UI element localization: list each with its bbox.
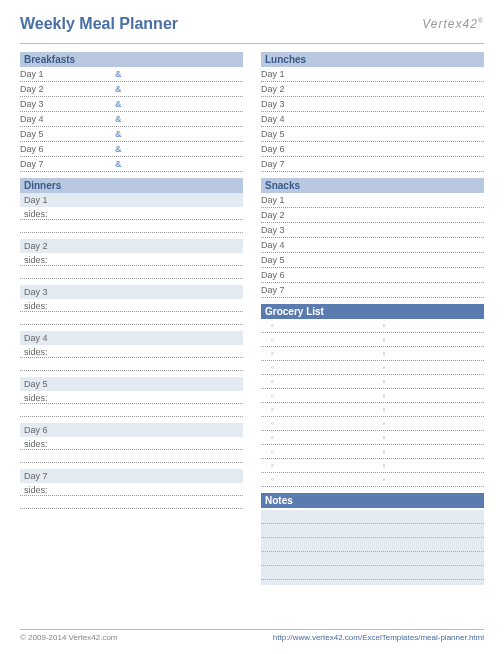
grocery-cell: ◦ xyxy=(261,335,373,344)
dinner-day: Day 3 xyxy=(20,285,243,299)
grocery-cell: ◦ xyxy=(373,475,485,484)
day-label: Day 6 xyxy=(20,144,55,154)
grocery-cell: ◦ xyxy=(261,405,373,414)
day-label: Day 5 xyxy=(261,129,296,139)
dinners-header: Dinners xyxy=(20,178,243,193)
source-link[interactable]: http://www.vertex42.com/ExcelTemplates/m… xyxy=(273,633,484,642)
dinner-sides: sides: xyxy=(20,345,243,358)
snack-row: Day 4 xyxy=(261,238,484,253)
grocery-row: ◦◦ xyxy=(261,375,484,389)
grocery-cell: ◦ xyxy=(261,363,373,372)
separator: & xyxy=(115,129,122,139)
day-label: Day 1 xyxy=(261,69,296,79)
lunch-row: Day 4 xyxy=(261,112,484,127)
dinner-day: Day 2 xyxy=(20,239,243,253)
grocery-cell: ◦ xyxy=(261,461,373,470)
notes-line xyxy=(261,538,484,552)
grocery-cell: ◦ xyxy=(373,349,485,358)
vertex42-logo: Vertex42® xyxy=(422,17,484,31)
lunch-row: Day 7 xyxy=(261,157,484,172)
snack-row: Day 1 xyxy=(261,193,484,208)
day-label: Day 2 xyxy=(20,84,55,94)
lunch-row: Day 1 xyxy=(261,67,484,82)
grocery-row: ◦◦ xyxy=(261,417,484,431)
separator: & xyxy=(115,114,122,124)
day-label: Day 5 xyxy=(20,129,55,139)
snack-row: Day 7 xyxy=(261,283,484,298)
notes-area xyxy=(261,510,484,585)
lunch-row: Day 3 xyxy=(261,97,484,112)
day-label: Day 6 xyxy=(261,144,296,154)
lunch-row: Day 2 xyxy=(261,82,484,97)
grocery-cell: ◦ xyxy=(373,335,485,344)
grocery-cell: ◦ xyxy=(373,447,485,456)
breakfast-row: Day 2& xyxy=(20,82,243,97)
dinner-block: Day 5sides: xyxy=(20,377,243,417)
grocery-row: ◦◦ xyxy=(261,361,484,375)
breakfast-row: Day 5& xyxy=(20,127,243,142)
notes-line xyxy=(261,524,484,538)
dinner-sides: sides: xyxy=(20,253,243,266)
snack-row: Day 2 xyxy=(261,208,484,223)
day-label: Day 7 xyxy=(20,159,55,169)
grocery-row: ◦◦ xyxy=(261,389,484,403)
lunches-list: Day 1Day 2Day 3Day 4Day 5Day 6Day 7 xyxy=(261,67,484,172)
day-label: Day 7 xyxy=(261,285,296,295)
grocery-cell: ◦ xyxy=(373,461,485,470)
day-label: Day 4 xyxy=(20,114,55,124)
dinner-sides: sides: xyxy=(20,207,243,220)
snack-row: Day 6 xyxy=(261,268,484,283)
notes-header: Notes xyxy=(261,493,484,508)
grocery-cell: ◦ xyxy=(261,419,373,428)
grocery-cell: ◦ xyxy=(373,433,485,442)
left-column: Breakfasts Day 1&Day 2&Day 3&Day 4&Day 5… xyxy=(20,52,243,585)
grocery-cell: ◦ xyxy=(261,447,373,456)
grocery-list: ◦◦◦◦◦◦◦◦◦◦◦◦◦◦◦◦◦◦◦◦◦◦◦◦ xyxy=(261,319,484,487)
separator: & xyxy=(115,84,122,94)
dinner-sides: sides: xyxy=(20,437,243,450)
dinner-block: Day 1sides: xyxy=(20,193,243,233)
grocery-row: ◦◦ xyxy=(261,319,484,333)
dinner-block: Day 4sides: xyxy=(20,331,243,371)
grocery-cell: ◦ xyxy=(261,321,373,330)
grocery-row: ◦◦ xyxy=(261,347,484,361)
grocery-cell: ◦ xyxy=(261,349,373,358)
dinner-block: Day 7sides: xyxy=(20,469,243,509)
grocery-row: ◦◦ xyxy=(261,459,484,473)
separator: & xyxy=(115,144,122,154)
breakfast-row: Day 1& xyxy=(20,67,243,82)
grocery-row: ◦◦ xyxy=(261,333,484,347)
grocery-row: ◦◦ xyxy=(261,431,484,445)
dinner-sides: sides: xyxy=(20,391,243,404)
grocery-row: ◦◦ xyxy=(261,445,484,459)
header-divider xyxy=(20,43,484,44)
day-label: Day 6 xyxy=(261,270,296,280)
dinners-list: Day 1sides:Day 2sides:Day 3sides:Day 4si… xyxy=(20,193,243,509)
dinner-sides: sides: xyxy=(20,483,243,496)
grocery-cell: ◦ xyxy=(373,363,485,372)
grocery-row: ◦◦ xyxy=(261,403,484,417)
lunch-row: Day 6 xyxy=(261,142,484,157)
grocery-cell: ◦ xyxy=(261,377,373,386)
snacks-list: Day 1Day 2Day 3Day 4Day 5Day 6Day 7 xyxy=(261,193,484,298)
breakfast-row: Day 4& xyxy=(20,112,243,127)
day-label: Day 1 xyxy=(20,69,55,79)
dinner-day: Day 7 xyxy=(20,469,243,483)
lunch-row: Day 5 xyxy=(261,127,484,142)
breakfast-row: Day 7& xyxy=(20,157,243,172)
grocery-cell: ◦ xyxy=(373,391,485,400)
day-label: Day 7 xyxy=(261,159,296,169)
dinner-line xyxy=(20,404,243,417)
breakfast-row: Day 6& xyxy=(20,142,243,157)
day-label: Day 5 xyxy=(261,255,296,265)
dinner-block: Day 6sides: xyxy=(20,423,243,463)
dinner-block: Day 3sides: xyxy=(20,285,243,325)
snack-row: Day 5 xyxy=(261,253,484,268)
grocery-cell: ◦ xyxy=(373,419,485,428)
dinner-line xyxy=(20,358,243,371)
grocery-header: Grocery List xyxy=(261,304,484,319)
grocery-cell: ◦ xyxy=(373,321,485,330)
day-label: Day 3 xyxy=(261,99,296,109)
breakfasts-list: Day 1&Day 2&Day 3&Day 4&Day 5&Day 6&Day … xyxy=(20,67,243,172)
dinner-sides: sides: xyxy=(20,299,243,312)
